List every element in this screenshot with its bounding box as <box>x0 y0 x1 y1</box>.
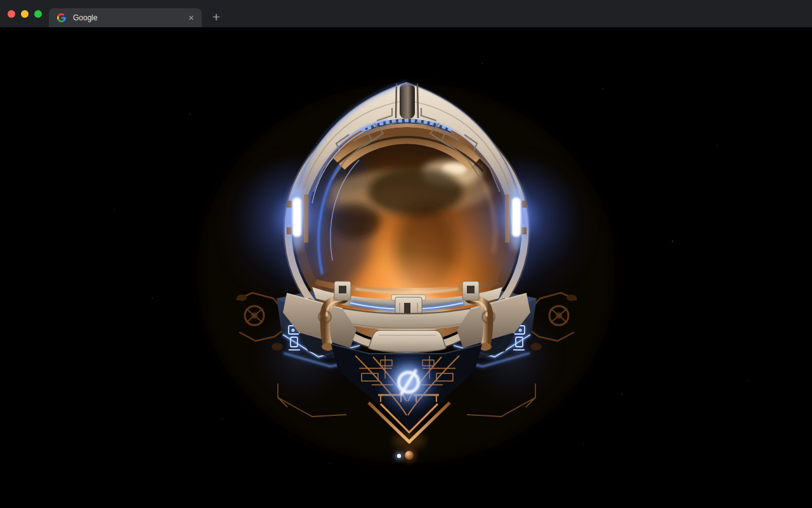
new-tab-button[interactable]: + <box>208 8 225 26</box>
browser-tab-bar[interactable]: Google × + <box>0 0 812 27</box>
window-controls <box>8 10 42 18</box>
blue-orb <box>397 454 401 458</box>
google-favicon-icon <box>57 13 66 22</box>
zoom-window-button[interactable] <box>34 10 42 18</box>
browser-viewport <box>0 27 812 508</box>
minimize-window-button[interactable] <box>21 10 29 18</box>
tab-title: Google <box>73 13 186 22</box>
tab-google[interactable]: Google × <box>49 8 202 27</box>
close-window-button[interactable] <box>8 10 15 18</box>
tab-close-icon[interactable]: × <box>186 13 197 23</box>
astronaut-helmet-artwork <box>0 27 812 508</box>
prohibition-emblem-icon <box>399 371 419 394</box>
copper-orb <box>405 451 414 460</box>
